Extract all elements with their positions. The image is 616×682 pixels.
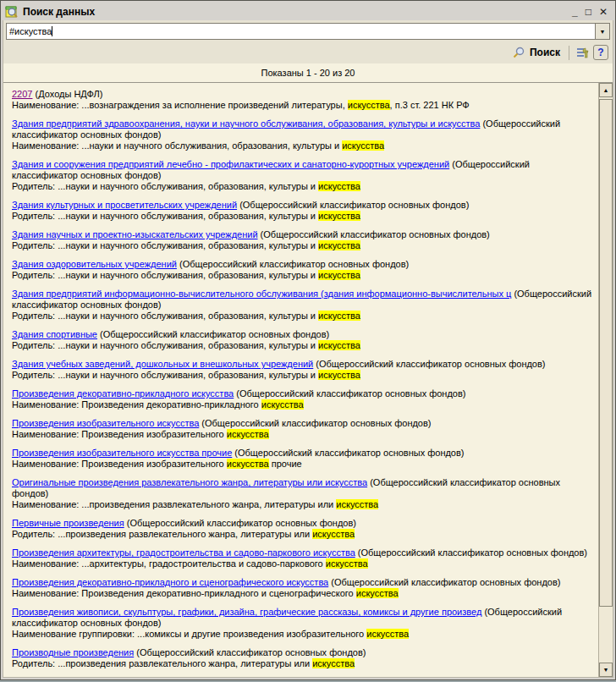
highlighted-term: искусства [326,558,368,569]
result-link[interactable]: Произведения изобразительного искусства [12,418,199,428]
highlighted-term: искусства [336,499,378,509]
help-button[interactable]: ? [593,45,608,60]
result-link[interactable]: Произведения декоративно-прикладного иск… [12,388,234,399]
toolbar-separator [569,46,569,60]
result-source: (Общероссийский классификатор основных ф… [316,359,545,369]
maximize-button[interactable]: □ [586,6,591,18]
result-head: Здания культурных и просветительских учр… [12,200,593,211]
result-item: Здания и сооружения предприятий лечебно … [12,159,593,192]
result-head: Первичные произведения (Общероссийский к… [12,518,593,529]
result-link[interactable]: Здания предприятий здравоохранения, наук… [12,118,480,129]
highlighted-term: искусства [366,629,409,639]
result-head: Произведения декоративно-прикладного иск… [12,388,593,399]
scroll-down-button[interactable]: ▼ [599,663,613,677]
result-item: Здания культурных и просветительских учр… [12,200,593,222]
search-row: #искуства ▼ [3,20,613,42]
form-body: #искуства ▼ Поиск [3,20,613,678]
highlighted-term: искусства [318,340,360,350]
highlighted-term: искусства [312,529,355,539]
result-head: Здания и сооружения предприятий лечебно … [12,159,593,181]
result-link[interactable]: Здания научных и проектно-изыскательских… [12,229,258,239]
result-link[interactable]: Оригинальные произведения развлекательно… [12,477,367,487]
highlighted-term: искусства [318,181,360,191]
result-head: Произведения архитектуры, градостроитель… [12,547,593,558]
result-item: Первичные произведения (Общероссийский к… [12,518,593,540]
result-item: Произведения декоративно-прикладного иск… [12,388,593,410]
result-head: Здания оздоровительных учреждений (Общер… [12,259,593,270]
result-description: Родитель: ...науки и научного обслуживан… [12,211,593,222]
result-item: Производные произведения (Общероссийский… [12,647,593,669]
result-head: Здания учебных заведений, дошкольных и в… [12,359,593,370]
result-source: (Общероссийский классификатор основных ф… [234,448,464,458]
search-input-text: #искуства [7,24,595,39]
result-link[interactable]: Здания предприятий информационно-вычисли… [12,289,511,299]
result-item: Произведения изобразительного искусства … [12,418,593,440]
result-link[interactable]: Первичные произведения [12,518,124,528]
result-head: Произведения изобразительного искусства … [12,418,593,429]
scroll-down-icon: ▼ [603,667,609,673]
result-link[interactable]: Произведения изобразительного искусства … [12,448,232,458]
result-source: (Общероссийский классификатор основных ф… [136,647,366,657]
result-link[interactable]: Производные произведения [12,647,134,657]
result-head: Оригинальные произведения развлекательно… [12,477,593,499]
search-window: Поиск данных _ □ ✕ #искуства ▼ [0,0,616,680]
highlighted-term: искусства [318,211,360,221]
result-head: Производные произведения (Общероссийский… [12,647,593,658]
result-description: Наименование группировки: ...комиксы и д… [12,629,593,640]
highlighted-term: искусства [261,399,304,410]
scrollbar-thumb[interactable] [599,99,613,607]
result-head: Произведения изобразительного искусства … [12,448,593,459]
result-item: 2207 (Доходы НДФЛ)Наименование: ...возна… [12,89,593,111]
highlighted-term: искусства [318,370,360,380]
result-item: Произведения декоративно-прикладного и с… [12,577,593,599]
result-source: (Общероссийский классификатор основных ф… [236,388,465,399]
result-link[interactable]: Произведения декоративно-прикладного и с… [12,577,328,587]
chevron-down-icon: ▼ [600,29,606,35]
result-link[interactable]: 2207 [12,89,32,99]
result-link[interactable]: Произведения архитектуры, градостроитель… [12,547,355,558]
result-source: (Доходы НДФЛ) [36,89,103,99]
result-item: Здания учебных заведений, дошкольных и в… [12,359,593,381]
result-item: Произведения живописи, скульптуры, графи… [12,607,593,640]
result-description: Наименование: Произведения изобразительн… [12,429,593,440]
result-source: (Общероссийский классификатор основных ф… [358,547,587,558]
result-item: Произведения архитектуры, градостроитель… [12,547,593,569]
search-icon [513,47,525,59]
result-link[interactable]: Произведения живописи, скульптуры, графи… [12,607,481,617]
highlighted-term: искусства [227,459,269,469]
highlighted-term: искусства [318,240,360,250]
vertical-scrollbar[interactable]: ▲ ▼ [598,83,613,677]
result-description: Наименование: Произведения декоративно-п… [12,588,593,599]
window-controls: _ □ ✕ [572,6,611,18]
highlighted-term: искусства [318,270,360,280]
result-head: 2207 (Доходы НДФЛ) [12,89,593,100]
result-source: (Общероссийский классификатор основных ф… [331,577,560,587]
window-title: Поиск данных [23,6,95,18]
result-link[interactable]: Здания учебных заведений, дошкольных и в… [12,359,313,369]
help-icon: ? [597,47,603,58]
scroll-up-button[interactable]: ▲ [599,83,613,97]
result-item: Здания предприятий информационно-вычисли… [12,289,593,322]
scrollbar-track[interactable] [599,607,613,663]
search-dropdown-button[interactable]: ▼ [595,24,609,39]
result-link[interactable]: Здания спортивные [12,329,97,339]
result-description: Родитель: ...науки и научного обслуживан… [12,181,593,192]
highlighted-term: искусства [348,100,390,110]
result-link[interactable]: Здания оздоровительных учреждений [12,259,177,269]
result-description: Родитель: ...науки и научного обслуживан… [12,240,593,251]
result-description: Родитель: ...науки и научного обслуживан… [12,370,593,381]
search-button[interactable]: Поиск [509,46,564,60]
result-link[interactable]: Здания культурных и просветительских учр… [12,200,237,210]
search-settings-button[interactable] [575,45,591,61]
settings-icon [576,46,590,59]
result-description: Родитель: ...науки и научного обслуживан… [12,270,593,281]
minimize-button[interactable]: _ [572,6,578,18]
result-item: Здания оздоровительных учреждений (Общер… [12,259,593,281]
highlighted-term: искусства [318,311,360,321]
search-input[interactable]: #искуства ▼ [6,23,610,40]
result-description: Наименование: ...архитектуры, градострои… [12,558,593,569]
result-link[interactable]: Здания и сооружения предприятий лечебно … [12,159,449,169]
close-button[interactable]: ✕ [599,6,608,18]
result-description: Наименование: ...науки и научного обслуж… [12,140,593,151]
result-description: Наименование: ...вознаграждения за испол… [12,100,593,111]
